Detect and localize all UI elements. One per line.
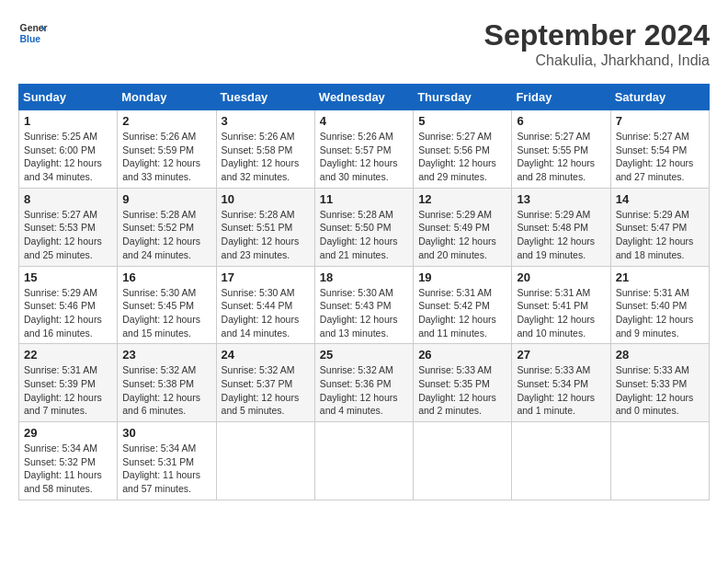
day-number: 16: [122, 270, 210, 284]
day-number: 2: [122, 114, 210, 128]
day-cell-5: 5 Sunrise: 5:27 AMSunset: 5:56 PMDayligh…: [414, 110, 512, 189]
day-cell-24: 24 Sunrise: 5:32 AMSunset: 5:37 PMDaylig…: [216, 344, 314, 422]
day-info: Sunrise: 5:34 AMSunset: 5:32 PMDaylight:…: [24, 442, 112, 496]
day-number: 5: [418, 114, 506, 128]
title-area: September 2024 Chakulia, Jharkhand, Indi…: [484, 18, 710, 69]
day-number: 28: [616, 348, 704, 362]
day-cell-30: 30 Sunrise: 5:34 AMSunset: 5:31 PMDaylig…: [118, 422, 216, 500]
day-cell-27: 27 Sunrise: 5:33 AMSunset: 5:34 PMDaylig…: [512, 344, 610, 422]
empty-cell-4-5: [512, 422, 610, 500]
day-info: Sunrise: 5:27 AMSunset: 5:53 PMDaylight:…: [24, 208, 112, 262]
day-number: 11: [320, 192, 408, 206]
day-cell-1: 1 Sunrise: 5:25 AMSunset: 6:00 PMDayligh…: [19, 110, 118, 189]
day-info: Sunrise: 5:32 AMSunset: 5:36 PMDaylight:…: [320, 363, 408, 418]
empty-cell-4-4: [414, 422, 512, 500]
location-title: Chakulia, Jharkhand, India: [484, 52, 710, 69]
svg-text:Blue: Blue: [20, 34, 41, 44]
day-cell-6: 6 Sunrise: 5:27 AMSunset: 5:55 PMDayligh…: [512, 110, 610, 189]
day-number: 30: [122, 426, 210, 440]
header-thursday: Thursday: [414, 85, 512, 110]
day-info: Sunrise: 5:28 AMSunset: 5:51 PMDaylight:…: [222, 208, 310, 262]
day-info: Sunrise: 5:31 AMSunset: 5:39 PMDaylight:…: [24, 363, 112, 418]
day-cell-4: 4 Sunrise: 5:26 AMSunset: 5:57 PMDayligh…: [314, 110, 413, 189]
day-number: 1: [24, 114, 112, 128]
day-info: Sunrise: 5:29 AMSunset: 5:48 PMDaylight:…: [517, 208, 605, 262]
day-cell-18: 18 Sunrise: 5:30 AMSunset: 5:43 PMDaylig…: [314, 266, 413, 344]
day-number: 24: [222, 348, 310, 362]
day-cell-23: 23 Sunrise: 5:32 AMSunset: 5:38 PMDaylig…: [118, 344, 216, 422]
day-number: 25: [320, 348, 408, 362]
day-number: 21: [616, 270, 704, 284]
day-cell-12: 12 Sunrise: 5:29 AMSunset: 5:49 PMDaylig…: [414, 188, 512, 266]
day-info: Sunrise: 5:30 AMSunset: 5:44 PMDaylight:…: [222, 286, 310, 340]
empty-cell-4-2: [216, 422, 314, 500]
day-info: Sunrise: 5:28 AMSunset: 5:52 PMDaylight:…: [122, 208, 210, 262]
day-cell-19: 19 Sunrise: 5:31 AMSunset: 5:42 PMDaylig…: [414, 266, 512, 344]
day-cell-20: 20 Sunrise: 5:31 AMSunset: 5:41 PMDaylig…: [512, 266, 610, 344]
day-cell-11: 11 Sunrise: 5:28 AMSunset: 5:50 PMDaylig…: [314, 188, 413, 266]
calendar-table: Sunday Monday Tuesday Wednesday Thursday…: [18, 84, 710, 500]
week-row-5: 29 Sunrise: 5:34 AMSunset: 5:32 PMDaylig…: [19, 422, 710, 500]
day-number: 20: [517, 270, 605, 284]
header-friday: Friday: [512, 85, 610, 110]
day-number: 9: [122, 192, 210, 206]
day-info: Sunrise: 5:31 AMSunset: 5:41 PMDaylight:…: [517, 286, 605, 340]
day-number: 26: [418, 348, 506, 362]
day-number: 15: [24, 270, 112, 284]
day-number: 13: [517, 192, 605, 206]
day-cell-16: 16 Sunrise: 5:30 AMSunset: 5:45 PMDaylig…: [118, 266, 216, 344]
day-info: Sunrise: 5:29 AMSunset: 5:47 PMDaylight:…: [616, 208, 704, 262]
day-cell-2: 2 Sunrise: 5:26 AMSunset: 5:59 PMDayligh…: [118, 110, 216, 189]
day-number: 14: [616, 192, 704, 206]
day-info: Sunrise: 5:33 AMSunset: 5:34 PMDaylight:…: [517, 363, 605, 418]
day-number: 7: [616, 114, 704, 128]
day-number: 27: [517, 348, 605, 362]
day-cell-21: 21 Sunrise: 5:31 AMSunset: 5:40 PMDaylig…: [610, 266, 709, 344]
day-info: Sunrise: 5:28 AMSunset: 5:50 PMDaylight:…: [320, 208, 408, 262]
day-info: Sunrise: 5:26 AMSunset: 5:57 PMDaylight:…: [320, 130, 408, 184]
day-info: Sunrise: 5:29 AMSunset: 5:46 PMDaylight:…: [24, 286, 112, 340]
header-monday: Monday: [118, 85, 216, 110]
day-number: 10: [222, 192, 310, 206]
day-info: Sunrise: 5:31 AMSunset: 5:40 PMDaylight:…: [616, 286, 704, 340]
week-row-4: 22 Sunrise: 5:31 AMSunset: 5:39 PMDaylig…: [19, 344, 710, 422]
day-cell-10: 10 Sunrise: 5:28 AMSunset: 5:51 PMDaylig…: [216, 188, 314, 266]
day-info: Sunrise: 5:27 AMSunset: 5:55 PMDaylight:…: [517, 130, 605, 184]
day-info: Sunrise: 5:25 AMSunset: 6:00 PMDaylight:…: [24, 130, 112, 184]
day-cell-29: 29 Sunrise: 5:34 AMSunset: 5:32 PMDaylig…: [19, 422, 118, 500]
day-cell-17: 17 Sunrise: 5:30 AMSunset: 5:44 PMDaylig…: [216, 266, 314, 344]
header-wednesday: Wednesday: [314, 85, 413, 110]
day-number: 19: [418, 270, 506, 284]
day-cell-22: 22 Sunrise: 5:31 AMSunset: 5:39 PMDaylig…: [19, 344, 118, 422]
day-info: Sunrise: 5:34 AMSunset: 5:31 PMDaylight:…: [122, 442, 210, 496]
day-info: Sunrise: 5:30 AMSunset: 5:43 PMDaylight:…: [320, 286, 408, 340]
week-row-2: 8 Sunrise: 5:27 AMSunset: 5:53 PMDayligh…: [19, 188, 710, 266]
month-title: September 2024: [484, 18, 710, 52]
empty-cell-4-6: [610, 422, 709, 500]
day-cell-3: 3 Sunrise: 5:26 AMSunset: 5:58 PMDayligh…: [216, 110, 314, 189]
day-info: Sunrise: 5:26 AMSunset: 5:59 PMDaylight:…: [122, 130, 210, 184]
day-info: Sunrise: 5:27 AMSunset: 5:56 PMDaylight:…: [418, 130, 506, 184]
weekday-header-row: Sunday Monday Tuesday Wednesday Thursday…: [19, 85, 710, 110]
day-number: 12: [418, 192, 506, 206]
day-number: 23: [122, 348, 210, 362]
logo-icon: General Blue: [18, 18, 48, 48]
day-number: 6: [517, 114, 605, 128]
day-cell-7: 7 Sunrise: 5:27 AMSunset: 5:54 PMDayligh…: [610, 110, 709, 189]
day-info: Sunrise: 5:32 AMSunset: 5:37 PMDaylight:…: [222, 363, 310, 418]
day-cell-25: 25 Sunrise: 5:32 AMSunset: 5:36 PMDaylig…: [314, 344, 413, 422]
day-number: 4: [320, 114, 408, 128]
day-info: Sunrise: 5:30 AMSunset: 5:45 PMDaylight:…: [122, 286, 210, 340]
day-number: 29: [24, 426, 112, 440]
day-info: Sunrise: 5:31 AMSunset: 5:42 PMDaylight:…: [418, 286, 506, 340]
header-sunday: Sunday: [19, 85, 118, 110]
day-number: 8: [24, 192, 112, 206]
day-number: 22: [24, 348, 112, 362]
page-header: General Blue September 2024 Chakulia, Jh…: [18, 18, 710, 69]
day-cell-8: 8 Sunrise: 5:27 AMSunset: 5:53 PMDayligh…: [19, 188, 118, 266]
day-info: Sunrise: 5:33 AMSunset: 5:33 PMDaylight:…: [616, 363, 704, 418]
day-info: Sunrise: 5:29 AMSunset: 5:49 PMDaylight:…: [418, 208, 506, 262]
week-row-3: 15 Sunrise: 5:29 AMSunset: 5:46 PMDaylig…: [19, 266, 710, 344]
day-info: Sunrise: 5:33 AMSunset: 5:35 PMDaylight:…: [418, 363, 506, 418]
day-number: 17: [222, 270, 310, 284]
